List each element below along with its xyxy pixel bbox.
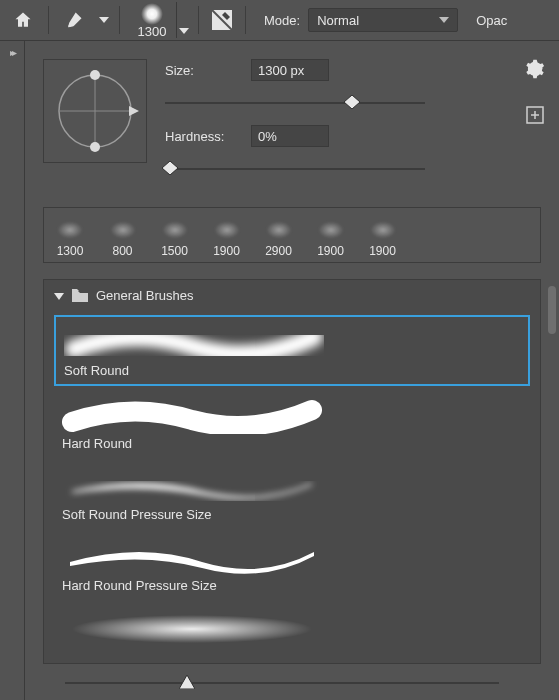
brush-thumbnail [105, 218, 141, 242]
recent-brush-size: 2900 [265, 244, 292, 258]
svg-point-7 [90, 142, 100, 152]
svg-point-6 [90, 70, 100, 80]
new-preset-button[interactable] [526, 106, 544, 127]
expand-icon: ▸▸ [10, 47, 14, 58]
brush-stroke-preview [62, 540, 476, 574]
recent-brush-size: 1900 [317, 244, 344, 258]
brush-preset-item[interactable]: Hard Round Pressure Size [54, 532, 530, 599]
hardness-input[interactable]: 0% [251, 125, 329, 147]
hardness-label: Hardness: [165, 129, 237, 144]
size-slider[interactable] [165, 95, 425, 111]
brush-size-readout: 1300 [138, 24, 167, 39]
brush-thumbnail [157, 218, 193, 242]
recent-brush[interactable]: 1300 [44, 208, 96, 262]
app-toolbar: 1300 Mode: Normal Opac [0, 0, 559, 40]
recent-brush-size: 1900 [369, 244, 396, 258]
opacity-label: Opac [476, 13, 507, 28]
mode-label: Mode: [264, 13, 300, 28]
tool-dropdown[interactable] [97, 5, 111, 35]
toolbar-divider [119, 6, 120, 34]
toolbar-divider [198, 6, 199, 34]
recent-brush-size: 1900 [213, 244, 240, 258]
svg-marker-5 [129, 106, 139, 116]
plus-box-icon [526, 106, 544, 124]
folder-icon [72, 289, 88, 302]
scrollbar-thumb[interactable] [548, 286, 556, 334]
panel-collapse-gutter[interactable]: ▸▸ [0, 40, 24, 700]
brush-picker-panel: Size: 1300 px Hardness: 0% [24, 40, 559, 700]
hardness-slider-thumb[interactable] [162, 161, 178, 175]
thumbnail-size-thumb[interactable] [179, 675, 195, 689]
chevron-down-icon [54, 291, 64, 301]
recent-brush[interactable]: 1900 [200, 208, 252, 262]
brush-stroke-preview [62, 398, 476, 432]
panel-settings-button[interactable] [525, 59, 545, 82]
toolbar-divider [48, 6, 49, 34]
brush-tip-preview [141, 3, 163, 25]
brush-stroke-preview [62, 469, 476, 503]
blend-mode-value: Normal [317, 13, 359, 28]
brush-presets-list: General Brushes Soft RoundHard RoundSoft… [43, 279, 541, 664]
recent-brush[interactable]: 1900 [304, 208, 356, 262]
size-label: Size: [165, 63, 237, 78]
svg-point-8 [72, 615, 312, 643]
hardness-slider[interactable] [165, 161, 425, 177]
brush-preset-dropdown[interactable] [176, 2, 190, 38]
brush-thumbnail [52, 218, 88, 242]
brush-preset-indicator[interactable]: 1300 [128, 0, 190, 40]
recent-brushes: 130080015001900290019001900 [43, 207, 541, 263]
angle-roundness-diagram [47, 63, 143, 159]
brush-settings-button[interactable] [207, 5, 237, 35]
brush-preset-label: Soft Round Pressure Size [62, 507, 522, 522]
folder-name: General Brushes [96, 288, 194, 303]
gear-icon [525, 59, 545, 79]
brush-preset-label: Hard Round Pressure Size [62, 578, 522, 593]
size-slider-thumb[interactable] [344, 95, 360, 109]
brush-thumbnail [313, 218, 349, 242]
brush-thumbnail [209, 218, 245, 242]
recent-brush[interactable]: 1500 [148, 208, 200, 262]
brush-preset-item[interactable]: Soft Round Pressure Size [54, 461, 530, 528]
brush-preset-label: Hard Round [62, 436, 522, 451]
brush-preset-item[interactable]: Soft Round [54, 315, 530, 386]
recent-brush-size: 1500 [161, 244, 188, 258]
brush-thumbnail [261, 218, 297, 242]
brush-tool-button[interactable] [57, 5, 91, 35]
brush-folder-header[interactable]: General Brushes [44, 280, 540, 311]
recent-brush-size: 1300 [57, 244, 84, 258]
size-input[interactable]: 1300 px [251, 59, 329, 81]
home-button[interactable] [6, 5, 40, 35]
recent-brush-size: 800 [112, 244, 132, 258]
thumbnail-size-slider[interactable] [65, 674, 499, 692]
brush-stroke-preview [62, 611, 476, 645]
recent-brush[interactable]: 800 [96, 208, 148, 262]
recent-brush[interactable]: 2900 [252, 208, 304, 262]
toolbar-divider [245, 6, 246, 34]
brush-preset-label: Soft Round [64, 363, 520, 378]
brush-stroke-preview [64, 325, 474, 359]
recent-brush[interactable]: 1900 [356, 208, 408, 262]
brush-preset-item[interactable]: Hard Round [54, 390, 530, 457]
brush-preset-item[interactable] [54, 603, 530, 655]
brush-angle-widget[interactable] [43, 59, 147, 163]
blend-mode-select[interactable]: Normal [308, 8, 458, 32]
brush-thumbnail [365, 218, 401, 242]
